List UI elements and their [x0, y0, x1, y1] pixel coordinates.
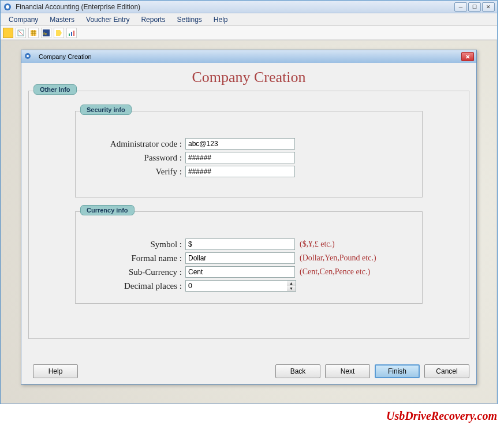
- menu-company[interactable]: Company: [4, 14, 43, 25]
- admin-code-label: Administrator code :: [87, 139, 185, 149]
- admin-code-input[interactable]: [185, 138, 295, 150]
- svg-rect-3: [31, 30, 36, 36]
- verify-input[interactable]: [185, 166, 295, 177]
- password-input[interactable]: [185, 152, 295, 163]
- svg-rect-7: [71, 32, 72, 36]
- security-info-fieldset: Security info Administrator code : Passw…: [75, 111, 423, 197]
- cancel-button[interactable]: Cancel: [424, 364, 469, 378]
- symbol-input[interactable]: [185, 238, 295, 250]
- decimal-places-up[interactable]: ▲: [287, 281, 296, 286]
- formal-name-input[interactable]: [185, 252, 295, 264]
- fx-icon[interactable]: fx: [41, 28, 51, 38]
- close-button[interactable]: ✕: [482, 2, 495, 12]
- menu-reports[interactable]: Reports: [136, 14, 170, 25]
- main-window: Financial Accounting (Enterprise Edition…: [0, 0, 498, 404]
- menu-help[interactable]: Help: [209, 14, 233, 25]
- dialog-title: Company Creation: [39, 53, 461, 60]
- svg-rect-6: [69, 33, 70, 36]
- folder-open-icon[interactable]: [3, 28, 13, 38]
- sub-currency-input[interactable]: [185, 266, 295, 278]
- dialog-heading: Company Creation: [28, 65, 469, 87]
- security-info-legend: Security info: [80, 105, 132, 115]
- dialog-footer: Help Back Next Finish Cancel: [28, 364, 469, 378]
- toolbar: fx: [1, 26, 497, 40]
- currency-info-fieldset: Currency info Symbol : ($,¥,£ etc.) Form…: [75, 211, 423, 304]
- mdi-area: Company Creation ✕ Company Creation Othe…: [1, 40, 497, 404]
- dialog-icon: [24, 52, 33, 61]
- other-info-fieldset: Other Info Security info Administrator c…: [28, 91, 469, 339]
- sub-currency-hint: (Cent,Cen,Pence etc.): [300, 267, 370, 277]
- svg-point-1: [6, 5, 9, 9]
- finish-button[interactable]: Finish: [375, 364, 420, 378]
- other-info-legend: Other Info: [33, 84, 77, 95]
- menu-settings[interactable]: Settings: [172, 14, 206, 25]
- formal-name-hint: (Dollar,Yen,Pound etc.): [300, 253, 376, 263]
- decimal-places-label: Decimal places :: [87, 281, 185, 291]
- help-button[interactable]: Help: [33, 364, 78, 378]
- svg-text:fx: fx: [43, 31, 47, 36]
- symbol-hint: ($,¥,£ etc.): [300, 240, 335, 249]
- watermark: UsbDriveRecovery.com: [386, 409, 497, 423]
- minimize-button[interactable]: ─: [454, 2, 467, 12]
- menu-masters[interactable]: Masters: [45, 14, 79, 25]
- menu-voucher-entry[interactable]: Voucher Entry: [81, 14, 134, 25]
- dialog-body: Company Creation Other Info Security inf…: [21, 63, 476, 339]
- sub-currency-label: Sub-Currency :: [87, 267, 185, 277]
- verify-label: Verify :: [87, 167, 185, 177]
- password-label: Password :: [87, 153, 185, 163]
- menubar: Company Masters Voucher Entry Reports Se…: [1, 13, 497, 26]
- company-creation-dialog: Company Creation ✕ Company Creation Othe…: [21, 50, 477, 385]
- next-button[interactable]: Next: [325, 364, 370, 378]
- window-title: Financial Accounting (Enterprise Edition…: [16, 3, 454, 11]
- svg-point-10: [27, 55, 29, 57]
- dialog-close-button[interactable]: ✕: [461, 52, 474, 61]
- chart-icon[interactable]: [66, 28, 77, 38]
- dialog-titlebar: Company Creation ✕: [21, 50, 476, 63]
- currency-info-legend: Currency info: [80, 205, 135, 215]
- decimal-places-down[interactable]: ▼: [287, 286, 296, 291]
- svg-rect-8: [73, 31, 74, 36]
- back-button[interactable]: Back: [275, 364, 320, 378]
- formal-name-label: Formal name :: [87, 253, 185, 263]
- app-icon: [3, 2, 12, 12]
- symbol-label: Symbol :: [87, 240, 185, 249]
- tag-icon[interactable]: [54, 28, 64, 38]
- decimal-places-input[interactable]: [185, 280, 287, 292]
- titlebar: Financial Accounting (Enterprise Edition…: [1, 1, 497, 13]
- maximize-button[interactable]: ☐: [468, 2, 481, 12]
- edit-icon[interactable]: [16, 28, 26, 38]
- table-icon[interactable]: [28, 28, 39, 38]
